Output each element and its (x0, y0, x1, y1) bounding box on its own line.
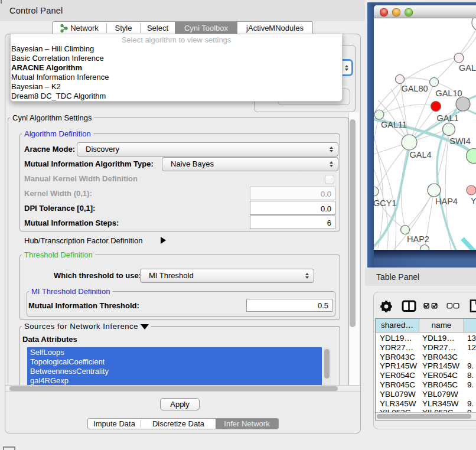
svg-text:GAL80: GAL80 (401, 84, 428, 93)
svg-text:HAP4: HAP4 (435, 197, 458, 206)
svg-text:GAL10: GAL10 (435, 89, 462, 98)
svg-text:YD: YD (471, 196, 476, 206)
svg-text:HAP2: HAP2 (407, 234, 429, 244)
svg-text:GAL11: GAL11 (381, 120, 407, 129)
svg-text:GAL1: GAL1 (436, 113, 458, 123)
svg-text:GAL4: GAL4 (409, 150, 431, 159)
svg-text:SWI4: SWI4 (449, 136, 470, 146)
svg-text:GCY1: GCY1 (374, 198, 397, 208)
svg-text:GAL: GAL (459, 63, 476, 73)
